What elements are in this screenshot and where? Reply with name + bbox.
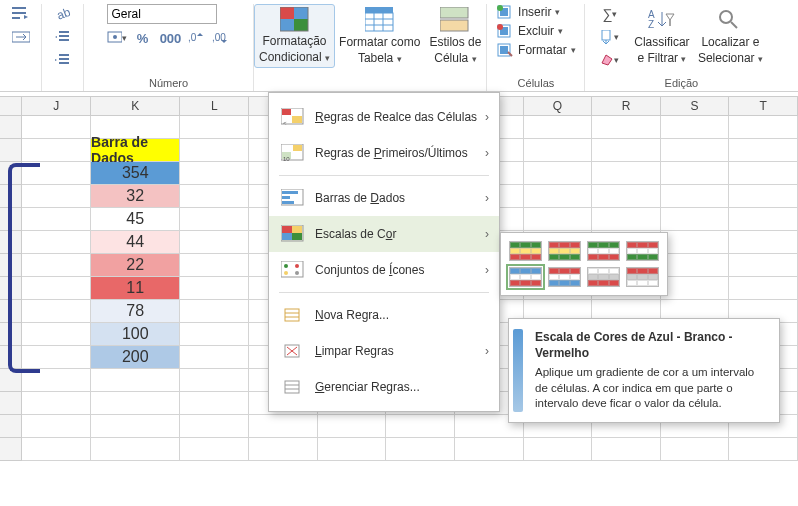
cell[interactable] [180,392,249,415]
cell-styles-button[interactable]: Estilos de Célula ▾ [424,4,486,68]
column-header[interactable]: R [592,97,661,115]
sort-filter-button[interactable]: AZ Classificar e Filtrar ▾ [630,4,694,68]
row-header[interactable] [0,139,22,162]
cell[interactable] [180,208,249,231]
cell[interactable] [524,208,593,231]
cell[interactable] [524,162,593,185]
cell[interactable] [22,139,91,162]
row-header[interactable] [0,116,22,139]
cell[interactable] [592,208,661,231]
color-scale-swatch[interactable] [587,241,620,261]
thousands-icon[interactable]: 000 [159,28,183,48]
cell[interactable] [592,162,661,185]
cell[interactable] [318,415,387,438]
cell[interactable]: 22 [91,254,180,277]
cell[interactable] [180,300,249,323]
cell[interactable] [180,369,249,392]
cell[interactable] [729,185,798,208]
cell[interactable] [180,185,249,208]
cell[interactable] [180,438,249,461]
column-header[interactable]: L [180,97,249,115]
cell[interactable] [180,139,249,162]
cell[interactable] [592,185,661,208]
orientation-icon[interactable]: ab [53,4,73,24]
menu-color-scales[interactable]: Escalas de Cor › [269,216,499,252]
number-format-select[interactable] [107,4,217,24]
cell[interactable] [524,438,593,461]
cell[interactable]: 78 [91,300,180,323]
merge-cells-icon[interactable] [11,27,31,47]
cell[interactable] [180,346,249,369]
cell[interactable] [318,438,387,461]
cell[interactable]: 354 [91,162,180,185]
menu-manage-rules[interactable]: Gerenciar Regras... [269,369,499,405]
cell[interactable]: 200 [91,346,180,369]
cell[interactable] [592,139,661,162]
cell[interactable] [386,415,455,438]
cell[interactable] [180,277,249,300]
cell[interactable] [661,162,730,185]
cell[interactable] [22,438,91,461]
cell[interactable] [180,116,249,139]
cell[interactable] [729,208,798,231]
cell[interactable] [592,116,661,139]
currency-icon[interactable]: ▾ [107,28,127,48]
cell[interactable] [22,415,91,438]
conditional-formatting-button[interactable]: Formatação Condicional ▾ [254,4,335,68]
color-scale-swatch[interactable] [587,267,620,287]
cell[interactable] [661,139,730,162]
cell[interactable] [180,162,249,185]
cell[interactable] [180,254,249,277]
cell[interactable] [729,162,798,185]
cell[interactable] [661,231,730,254]
color-scale-swatch[interactable] [509,241,542,261]
cell[interactable] [91,369,180,392]
column-header[interactable]: T [729,97,798,115]
cell[interactable] [729,139,798,162]
percent-icon[interactable]: % [131,28,155,48]
delete-cells-button[interactable]: Excluir ▾ [496,23,576,39]
cell[interactable] [592,438,661,461]
wrap-text-icon[interactable] [11,4,31,24]
cell[interactable] [22,392,91,415]
cell[interactable] [180,415,249,438]
insert-cells-button[interactable]: Inserir ▾ [496,4,576,20]
find-select-button[interactable]: Localizar e Selecionar ▾ [694,4,767,68]
color-scale-swatch[interactable] [548,267,581,287]
column-header[interactable]: J [22,97,91,115]
row-header[interactable] [0,415,22,438]
format-as-table-button[interactable]: Formatar como Tabela ▾ [335,4,424,68]
cell[interactable] [661,185,730,208]
cell[interactable]: 11 [91,277,180,300]
menu-new-rule[interactable]: Nova Regra... [269,297,499,333]
inc-decimal-icon[interactable]: ,0 [187,28,207,48]
cell[interactable] [249,415,318,438]
cell[interactable] [729,254,798,277]
cell[interactable] [729,116,798,139]
clear-icon[interactable]: ▾ [596,50,624,70]
cell[interactable]: Barra de Dados [91,139,180,162]
cell[interactable] [661,438,730,461]
dec-decimal-icon[interactable]: ,00 [211,28,231,48]
cell[interactable] [91,415,180,438]
cell[interactable] [729,277,798,300]
cell[interactable] [661,116,730,139]
color-scale-swatch[interactable] [548,241,581,261]
cell[interactable] [91,392,180,415]
format-cells-button[interactable]: Formatar ▾ [496,42,576,58]
cell[interactable] [524,185,593,208]
menu-top-bottom-rules[interactable]: 10 Regras de Primeiros/Últimos › [269,135,499,171]
cell[interactable] [455,438,524,461]
cell[interactable] [661,208,730,231]
cell[interactable] [386,438,455,461]
column-header[interactable]: S [661,97,730,115]
column-header[interactable]: K [91,97,180,115]
cell[interactable]: 44 [91,231,180,254]
column-header[interactable]: Q [524,97,593,115]
cell[interactable]: 100 [91,323,180,346]
menu-clear-rules[interactable]: Limpar Regras › [269,333,499,369]
cell[interactable] [91,438,180,461]
cell[interactable] [524,139,593,162]
cell[interactable] [22,116,91,139]
cell[interactable]: 45 [91,208,180,231]
